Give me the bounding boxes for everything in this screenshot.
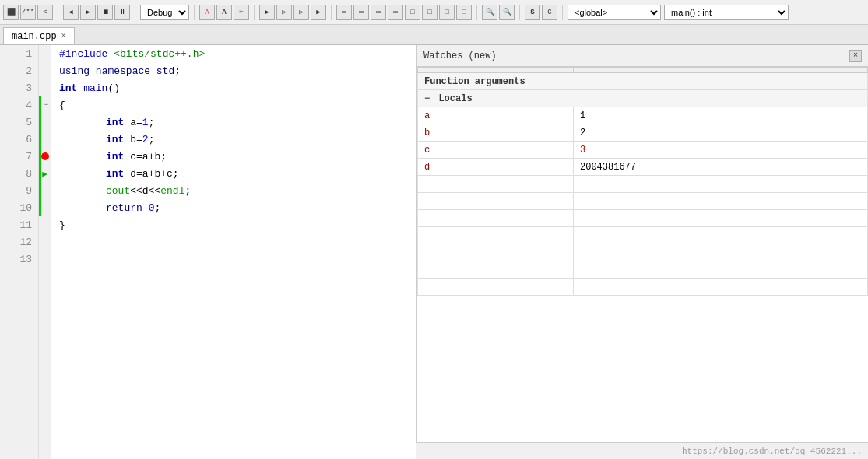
table-header-row <box>418 68 868 73</box>
toolbar-edit-group: A A ✂ <box>199 5 255 20</box>
toolbar-back[interactable]: ◀ <box>63 5 79 20</box>
line-num-7: 7 <box>0 148 38 165</box>
zoom-in[interactable]: 🔍 <box>482 5 497 20</box>
locals-label: − Locals <box>418 90 868 107</box>
line-num-10: 10 <box>0 199 38 216</box>
toolbar-run2[interactable]: ▷ <box>276 5 292 20</box>
table-row: a 1 <box>418 107 868 124</box>
status-bar: https://blog.csdn.net/qq_4562221... <box>416 442 868 459</box>
col-extra <box>729 68 868 73</box>
marker-5 <box>39 114 51 131</box>
empty-row-3 <box>418 210 868 227</box>
var-extra-b <box>729 124 868 142</box>
watches-close-btn[interactable]: × <box>849 50 862 62</box>
toolbar-icon-3[interactable]: < <box>37 5 53 20</box>
toolbar-forward[interactable]: ▶ <box>80 5 96 20</box>
table-row: c 3 <box>418 142 868 159</box>
line-numbers: 1 2 3 4 5 6 7 8 9 10 11 12 13 <box>0 45 39 459</box>
shape-4: ▭ <box>388 5 403 20</box>
global-combo[interactable]: <global> <box>568 5 661 20</box>
line-num-2: 2 <box>0 62 38 79</box>
shape-8: □ <box>456 5 472 20</box>
empty-row-2 <box>418 193 868 210</box>
col-name <box>418 68 574 73</box>
toolbar-bold[interactable]: A <box>216 5 232 20</box>
marker-11 <box>39 216 51 233</box>
marker-2 <box>39 62 51 79</box>
debug-table: Function arguments − Locals a 1 <box>417 67 868 459</box>
var-value-d: 2004381677 <box>574 159 729 176</box>
tabbar: main.cpp × <box>0 25 868 45</box>
toolbar-left-group: ⬛ /** < <box>3 5 58 20</box>
debug-panel: Watches (new) × Function arguments <box>416 45 868 459</box>
watches-title: Watches (new) <box>423 51 497 61</box>
toolbar-s[interactable]: S <box>525 5 540 20</box>
code-line-1: #include <bits/stdc++.h> <box>51 45 416 62</box>
line-num-3: 3 <box>0 79 38 96</box>
watches-header: Watches (new) × <box>417 45 868 67</box>
var-name-d: d <box>418 159 574 176</box>
toolbar-run4[interactable]: ▶ <box>311 5 326 20</box>
marker-10 <box>39 199 51 216</box>
code-line-5: int a=1; <box>51 114 416 131</box>
editor-area[interactable]: #include <bits/stdc++.h> using namespace… <box>51 45 416 459</box>
toolbar-s-group: S C <box>525 5 563 20</box>
var-extra-c <box>729 142 868 159</box>
toolbar-highlight[interactable]: A <box>199 5 215 20</box>
code-line-12 <box>51 233 416 251</box>
marker-7[interactable] <box>39 148 51 165</box>
code-line-13 <box>51 251 416 268</box>
toolbar-run3[interactable]: ▷ <box>293 5 309 20</box>
var-name-a: a <box>418 107 574 124</box>
table-row: d 2004381677 <box>418 159 868 176</box>
empty-row-7 <box>418 279 868 296</box>
line-num-1: 1 <box>0 45 38 62</box>
line-num-11: 11 <box>0 216 38 233</box>
function-arguments-row: Function arguments <box>418 73 868 90</box>
var-name-b: b <box>418 124 574 142</box>
line-num-9: 9 <box>0 182 38 199</box>
shape-3: ▭ <box>371 5 386 20</box>
empty-row-5 <box>418 244 868 261</box>
code-line-3: int main() <box>51 79 416 96</box>
zoom-out[interactable]: 🔍 <box>499 5 515 20</box>
toolbar-stop[interactable]: ⏹ <box>97 5 113 20</box>
code-line-11: } <box>51 216 416 233</box>
line-num-4: 4 <box>0 96 38 114</box>
line-num-5: 5 <box>0 114 38 131</box>
debug-combo[interactable]: Debug <box>140 5 189 20</box>
watermark-text: https://blog.csdn.net/qq_4562221... <box>682 447 862 456</box>
col-value <box>574 68 729 73</box>
locals-expand-icon[interactable]: − <box>424 93 430 104</box>
toolbar-pause[interactable]: ⏸ <box>114 5 130 20</box>
shape-7: □ <box>439 5 455 20</box>
marker-8: ▶ <box>39 165 51 182</box>
shape-5: □ <box>405 5 420 20</box>
toolbar-debug-combo-group: Debug <box>140 5 195 20</box>
toolbar-icon-2[interactable]: /** <box>20 5 36 20</box>
toolbar-icon-1[interactable]: ⬛ <box>3 5 19 20</box>
tab-close-button[interactable]: × <box>61 32 66 40</box>
empty-row-6 <box>418 261 868 279</box>
code-line-6: int b=2; <box>51 131 416 148</box>
toolbar-global-group: <global> main() : int <box>568 5 865 20</box>
locals-label-text: Locals <box>438 93 472 104</box>
toolbar-shapes-group: ▭ ▭ ▭ ▭ □ □ □ □ <box>336 5 477 20</box>
toolbar-c[interactable]: C <box>542 5 557 20</box>
empty-row-1 <box>418 176 868 193</box>
tab-main-cpp[interactable]: main.cpp × <box>3 27 75 44</box>
marker-3 <box>39 79 51 96</box>
toolbar-nav-group: ◀ ▶ ⏹ ⏸ <box>63 5 135 20</box>
var-extra-a <box>729 107 868 124</box>
main-combo[interactable]: main() : int <box>664 5 789 20</box>
marker-13 <box>39 251 51 268</box>
line-num-13: 13 <box>0 251 38 268</box>
toolbar-run[interactable]: ▶ <box>259 5 275 20</box>
toolbar: ⬛ /** < ◀ ▶ ⏹ ⏸ Debug A A ✂ ▶ ▷ ▷ ▶ ▭ ▭ … <box>0 0 868 25</box>
variables-table: Function arguments − Locals a 1 <box>417 67 868 296</box>
line-num-8: 8 <box>0 165 38 182</box>
line-num-6: 6 <box>0 131 38 148</box>
toolbar-scissors[interactable]: ✂ <box>234 5 249 20</box>
marker-6 <box>39 131 51 148</box>
code-line-4: { <box>51 96 416 114</box>
